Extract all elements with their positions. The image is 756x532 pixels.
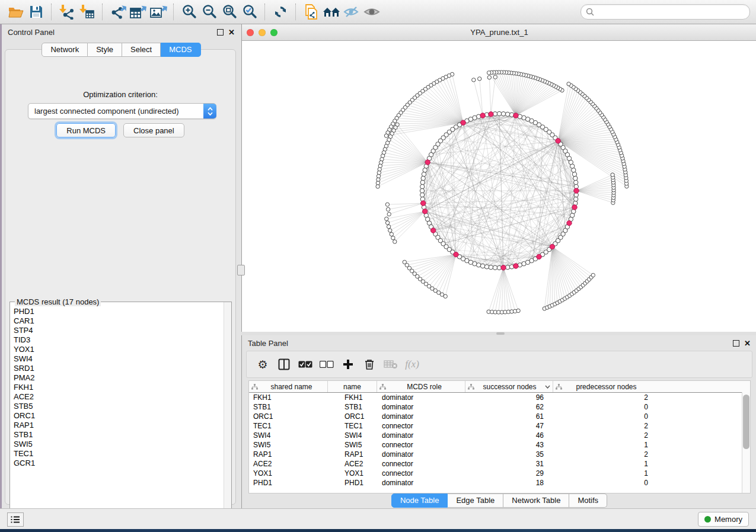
- mcds-result-item[interactable]: RAP1: [14, 421, 224, 430]
- show-all-button[interactable]: [362, 2, 382, 21]
- desktop-background: [0, 529, 756, 532]
- table-scrollbar[interactable]: [742, 392, 750, 493]
- search-input[interactable]: [598, 7, 745, 17]
- close-panel-icon[interactable]: ✕: [744, 341, 751, 346]
- float-panel-icon[interactable]: [733, 340, 739, 347]
- table-row[interactable]: ORC1ORC1dominator610: [249, 412, 750, 421]
- horizontal-splitter-grip[interactable]: [496, 332, 505, 335]
- column-header-successor-nodes[interactable]: successor nodes: [465, 381, 553, 392]
- table-row[interactable]: STB1STB1dominator620: [249, 402, 750, 412]
- task-history-button[interactable]: [7, 512, 24, 527]
- delete-column-icon[interactable]: [362, 357, 377, 372]
- zoom-in-button[interactable]: [179, 2, 199, 21]
- mcds-result-item[interactable]: SWI4: [14, 354, 224, 364]
- network-leaf-node: [472, 78, 476, 82]
- mcds-result-item[interactable]: GCR1: [14, 459, 224, 468]
- mcds-result-item[interactable]: TEC1: [14, 449, 224, 459]
- optimization-criterion-label: Optimization criterion:: [5, 90, 235, 99]
- mcds-result-item[interactable]: STB5: [14, 402, 224, 411]
- function-builder-icon[interactable]: f(x): [404, 357, 420, 372]
- export-image-button[interactable]: [148, 2, 168, 21]
- first-neighbors-button[interactable]: [321, 2, 342, 21]
- network-leaf-node: [387, 212, 391, 216]
- memory-button[interactable]: Memory: [698, 512, 749, 527]
- table-row[interactable]: RAP1RAP1dominator352: [249, 450, 750, 459]
- zoom-selected-button[interactable]: [240, 2, 260, 21]
- zoom-fit-button[interactable]: [219, 2, 240, 21]
- mcds-result-item[interactable]: PHD1: [14, 307, 224, 316]
- select-all-icon[interactable]: [298, 357, 313, 372]
- mcds-result-item[interactable]: TID3: [14, 335, 224, 345]
- network-node: [489, 265, 493, 270]
- tab-mcds[interactable]: MCDS: [161, 43, 200, 57]
- add-column-icon[interactable]: [340, 357, 356, 372]
- table-row[interactable]: PHD1PHD1dominator180: [249, 478, 750, 488]
- close-panel-icon[interactable]: ✕: [228, 30, 235, 35]
- table-row[interactable]: TEC1TEC1connector472: [249, 421, 750, 431]
- clone-network-button[interactable]: [301, 2, 321, 21]
- vertical-splitter-grip[interactable]: [237, 265, 245, 275]
- mcds-result-item[interactable]: SWI5: [14, 440, 224, 449]
- column-header-mcds-role[interactable]: MCDS role: [377, 381, 465, 392]
- network-node: [574, 197, 578, 201]
- table-scrollbar-thumb[interactable]: [743, 395, 749, 449]
- show-all-icon: [363, 5, 381, 18]
- close-panel-button[interactable]: Close panel: [123, 123, 184, 137]
- table-row[interactable]: YOX1YOX1connector291: [249, 469, 750, 478]
- mcds-result-item[interactable]: CAR1: [14, 316, 224, 326]
- network-leaf-node: [376, 185, 379, 188]
- tab-edge-table[interactable]: Edge Table: [448, 493, 503, 508]
- export-table-button[interactable]: [128, 2, 148, 21]
- mcds-result-item[interactable]: FKH1: [14, 383, 224, 392]
- table-cell: dominator: [377, 450, 465, 459]
- mcds-result-item[interactable]: YOX1: [14, 345, 224, 354]
- criterion-dropdown[interactable]: largest connected component (undirected): [28, 103, 216, 119]
- table-row[interactable]: FKH1FKH1dominator962: [249, 393, 750, 402]
- column-selector-icon[interactable]: [276, 357, 292, 372]
- table-cell: PHD1: [328, 479, 377, 487]
- float-panel-icon[interactable]: [217, 29, 224, 36]
- tab-node-table[interactable]: Node Table: [391, 493, 448, 508]
- delete-table-icon[interactable]: [383, 357, 398, 372]
- column-header-predecessor-nodes[interactable]: predecessor nodes: [553, 381, 653, 392]
- mcds-result-item[interactable]: PMA2: [14, 373, 224, 383]
- table-options-gear-icon[interactable]: ⚙: [255, 357, 270, 372]
- deselect-all-icon[interactable]: [319, 357, 334, 372]
- import-table-button[interactable]: [77, 2, 97, 21]
- mcds-result-item[interactable]: STP4: [14, 326, 224, 335]
- import-network-button[interactable]: [57, 2, 77, 21]
- tab-network[interactable]: Network: [42, 43, 88, 57]
- tab-network-table[interactable]: Network Table: [503, 493, 569, 508]
- column-header-name[interactable]: name: [328, 381, 377, 392]
- table-cell: SWI4: [249, 431, 328, 440]
- mcds-result-item[interactable]: SRD1: [14, 364, 224, 373]
- mcds-result-box: MCDS result (17 nodes) PHD1CAR1STP4TID3Y…: [9, 302, 232, 522]
- run-mcds-button[interactable]: Run MCDS: [56, 123, 116, 137]
- open-file-button[interactable]: [6, 2, 26, 21]
- export-network-button[interactable]: [108, 2, 128, 21]
- table-row[interactable]: ACE2ACE2connector311: [249, 459, 750, 469]
- zoom-out-button[interactable]: [199, 2, 219, 21]
- mcds-result-item[interactable]: ORC1: [14, 411, 224, 421]
- table-cell: FKH1: [328, 393, 377, 402]
- table-row[interactable]: SWI4SWI4dominator462: [249, 431, 750, 440]
- column-header-shared-name[interactable]: shared name: [249, 381, 328, 392]
- save-session-button[interactable]: [26, 2, 46, 21]
- tab-style[interactable]: Style: [88, 43, 122, 57]
- table-cell: 46: [465, 431, 553, 440]
- table-row[interactable]: SWI5SWI5connector431: [249, 440, 750, 450]
- hide-selected-button[interactable]: [342, 2, 362, 21]
- mcds-result-item[interactable]: ACE2: [14, 392, 224, 402]
- tab-select[interactable]: Select: [122, 43, 161, 57]
- mcds-list-scrollbar[interactable]: [224, 302, 231, 521]
- refresh-view-button[interactable]: [270, 2, 291, 21]
- mcds-result-item[interactable]: STB1: [14, 430, 224, 440]
- network-mcds-node: [567, 220, 572, 225]
- table-cell: connector: [377, 460, 465, 468]
- node-table: shared name name MCDS role successor nod…: [248, 380, 751, 493]
- network-canvas[interactable]: [242, 41, 756, 332]
- table-toolbar: ⚙: [246, 351, 752, 378]
- tab-motifs[interactable]: Motifs: [569, 493, 607, 508]
- network-mcds-node: [572, 205, 577, 210]
- mcds-result-list[interactable]: PHD1CAR1STP4TID3YOX1SWI4SRD1PMA2FKH1ACE2…: [11, 306, 224, 521]
